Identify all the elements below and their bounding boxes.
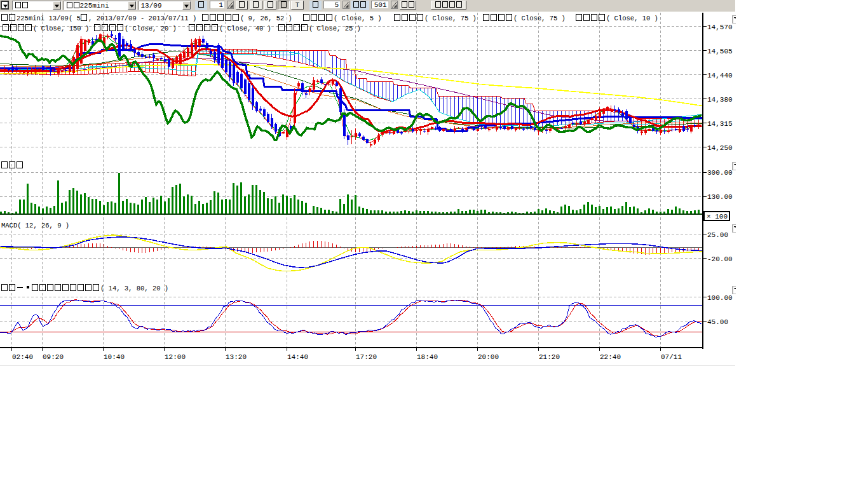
svg-text:( Close, 5 ): ( Close, 5 ) xyxy=(334,15,382,22)
svg-text:02:40: 02:40 xyxy=(12,353,33,361)
svg-text:-20.00: -20.00 xyxy=(707,255,733,263)
svg-text:225mini 13/09( 5: 225mini 13/09( 5 xyxy=(17,15,81,22)
svg-text:20:00: 20:00 xyxy=(478,353,499,361)
svg-text:17:20: 17:20 xyxy=(356,353,377,361)
svg-text:( Close, 40 ): ( Close, 40 ) xyxy=(219,25,271,32)
svg-text:14,440: 14,440 xyxy=(707,72,733,79)
svg-text:07/11: 07/11 xyxy=(661,353,682,361)
svg-text:130.00: 130.00 xyxy=(707,193,733,201)
svg-text:100.00: 100.00 xyxy=(707,294,733,302)
svg-text:300.00: 300.00 xyxy=(707,169,733,177)
svg-text:13:20: 13:20 xyxy=(226,353,247,361)
svg-text:45.00: 45.00 xyxy=(707,318,728,326)
svg-text:( 14, 3, 80, 20 ): ( 14, 3, 80, 20 ) xyxy=(100,285,168,292)
svg-text:14,380: 14,380 xyxy=(707,96,733,104)
svg-text:, 2013/07/09 - 2013/07/11 ): , 2013/07/09 - 2013/07/11 ) xyxy=(88,15,196,22)
svg-text:( Close, 20 ): ( Close, 20 ) xyxy=(125,25,177,32)
svg-text:( Close, 75 ): ( Close, 75 ) xyxy=(513,15,566,22)
svg-text:10:40: 10:40 xyxy=(104,353,125,361)
svg-text:22:40: 22:40 xyxy=(600,353,621,361)
svg-text:( Close, 10 ): ( Close, 10 ) xyxy=(606,15,658,22)
svg-text:18:40: 18:40 xyxy=(417,353,438,361)
svg-text:21:20: 21:20 xyxy=(539,353,560,361)
svg-text:14,315: 14,315 xyxy=(707,120,733,128)
svg-text:12:00: 12:00 xyxy=(165,353,186,361)
svg-text:× 100: × 100 xyxy=(707,213,728,220)
svg-text:( Close, 150 ): ( Close, 150 ) xyxy=(33,25,89,32)
svg-text:14:40: 14:40 xyxy=(287,353,308,361)
svg-text:14,570: 14,570 xyxy=(707,24,733,31)
svg-text:14,250: 14,250 xyxy=(707,144,733,152)
svg-text:( 9, 26, 52 ): ( 9, 26, 52 ) xyxy=(240,15,292,22)
svg-text:25.00: 25.00 xyxy=(707,231,728,239)
svg-text:( Close, 25 ): ( Close, 25 ) xyxy=(309,25,361,32)
svg-text:14,505: 14,505 xyxy=(707,48,733,55)
svg-text:( Close, 75 ): ( Close, 75 ) xyxy=(424,15,477,22)
svg-text:MACD( 12, 26, 9 ): MACD( 12, 26, 9 ) xyxy=(1,222,69,229)
svg-text:09:20: 09:20 xyxy=(43,353,64,361)
